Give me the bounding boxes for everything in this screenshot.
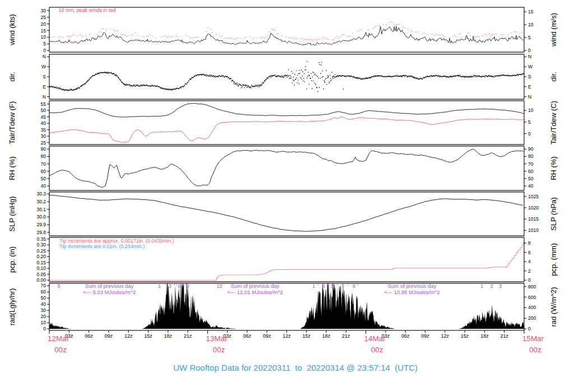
- y-tick-label-left: 30: [41, 8, 47, 13]
- y-tick-label-left: 5: [43, 41, 46, 46]
- y-tick-label-left: 45: [41, 114, 47, 120]
- y-tick-label-left: 25: [41, 140, 47, 146]
- y-tick-label-right: 8: [528, 240, 531, 246]
- y-tick-label-right: 60: [528, 169, 534, 174]
- day-label: 13Mar: [206, 334, 228, 343]
- day-sub-label: 00z: [212, 346, 225, 354]
- y-tick-label-right: 0: [528, 48, 531, 53]
- rad-sum-value: <--- 10.95 MJoules/m^2: [384, 289, 440, 295]
- rad-milestone-number: 5: [331, 283, 334, 289]
- wind-series: [49, 22, 525, 45]
- x-tick-label: 12z: [441, 333, 450, 339]
- dir-scatter: [49, 61, 524, 92]
- y-tick-label-left: 0.05: [36, 272, 46, 277]
- day-label: 14Mar: [364, 334, 386, 343]
- panel-frame-tair: [49, 101, 524, 144]
- y-tick-label-left: 29.8: [36, 230, 46, 235]
- axis-title-rh-right: RH (%): [549, 156, 558, 180]
- y-tick-label-right: 1010: [528, 227, 539, 233]
- axis-title-pcp-left: pcp. (in): [8, 246, 16, 273]
- y-tick-label-left: 20: [41, 21, 47, 27]
- y-tick-label-left: 60: [41, 169, 47, 174]
- panel-frame-wind: [49, 7, 524, 52]
- y-tick-label-right: N: [528, 94, 531, 100]
- y-tick-label-left: 50: [41, 295, 47, 301]
- rad-milestone-number: 1: [480, 283, 483, 289]
- y-tick-label-right: 50: [528, 176, 534, 181]
- x-tick-label: 06z: [243, 333, 252, 339]
- rad-milestone-number: 1: [312, 283, 315, 289]
- y-tick-label-right: 15: [528, 9, 534, 15]
- rad-milestone-number: 9: [187, 283, 189, 289]
- y-tick-label-left: 10: [41, 320, 47, 325]
- day-label: 15Mar: [522, 334, 544, 343]
- y-tick-label-right: N: [528, 54, 531, 59]
- chart-title: UW Rooftop Data for 20220311 to 20220314…: [0, 363, 574, 372]
- day-label: 12Mar: [48, 334, 70, 343]
- rad-milestone-number: 3: [322, 283, 325, 289]
- y-tick-label-right: S: [528, 74, 531, 80]
- y-tick-label-right: 10: [528, 108, 534, 113]
- x-tick-label: 18z: [164, 333, 172, 339]
- y-tick-label-right: 0: [528, 326, 531, 332]
- x-tick-label: 18z: [480, 333, 489, 339]
- panel-frame-rh: [49, 146, 524, 190]
- y-tick-label-left: 30.0: [36, 214, 46, 220]
- y-tick-label-right: 1015: [528, 216, 539, 222]
- y-tick-label-right: 200: [528, 315, 536, 321]
- x-tick-label: 12z: [124, 333, 133, 339]
- y-tick-label-left: 70: [41, 283, 47, 288]
- axis-title-dir-left: dir.: [8, 72, 16, 81]
- rad-milestone-number: 3: [169, 283, 172, 289]
- rad-sum-value: <--- 5.03 MJoules/m^2: [83, 289, 136, 295]
- rad-milestone-number: 12: [217, 283, 223, 289]
- axis-title-pcp-right: pcp. (mm): [549, 243, 558, 276]
- rad-milestone-number: 7: [341, 283, 344, 289]
- y-tick-label-left: 50: [41, 108, 47, 113]
- y-tick-label-left: 30.2: [36, 199, 46, 204]
- y-tick-label-right: 400: [528, 305, 536, 310]
- day-sub-label: 00z: [529, 346, 541, 354]
- y-tick-label-left: 10: [41, 34, 47, 40]
- axis-title-wind-left: wind (kts): [8, 14, 16, 46]
- rad-sum-label: Sum of previous day: [388, 283, 437, 289]
- y-tick-label-left: N: [43, 54, 46, 59]
- plot-container: 051015202530051015wind (kts)wind (m/s)NE…: [0, 0, 574, 392]
- rad-milestone-number: 3: [499, 283, 502, 289]
- wind-mean-line: [49, 26, 524, 45]
- y-tick-label-left: 40: [41, 183, 47, 189]
- x-tick-label: 21z: [342, 333, 350, 339]
- rad-milestone-number: 5: [58, 283, 61, 289]
- pcp-tip-note-1: Tip increments are approx. 0.00171in. (0…: [59, 238, 174, 244]
- x-tick-label: 12z: [283, 333, 291, 339]
- y-tick-label-left: 0.35: [36, 236, 46, 242]
- y-tick-label-right: 0: [528, 277, 531, 283]
- y-tick-label-left: 25: [41, 15, 47, 20]
- axis-title-tair-left: Tair/Tdew (F): [8, 101, 16, 144]
- y-tick-label-left: 40: [41, 120, 47, 126]
- x-tick-label: 21z: [500, 333, 508, 339]
- y-tick-label-left: 0.20: [36, 254, 46, 259]
- y-tick-label-right: 40: [528, 183, 534, 189]
- y-tick-label-left: 50: [41, 176, 47, 181]
- y-tick-label-left: 40: [41, 301, 47, 307]
- x-tick-label: 09z: [105, 333, 113, 339]
- y-tick-label-right: 90: [528, 146, 534, 152]
- x-tick-label: 06z: [401, 333, 410, 339]
- y-tick-label-left: S: [43, 74, 46, 80]
- x-tick-label: 15z: [303, 333, 311, 339]
- axis-title-rad-left: rad(Lgly/hr): [8, 288, 16, 325]
- y-tick-label-right: 5: [528, 119, 531, 125]
- y-tick-label-left: 55: [41, 101, 47, 107]
- axis-title-tair-right: Tair/Tdew (C): [549, 101, 558, 144]
- x-tick-label: 21z: [184, 333, 192, 339]
- x-tick-label: 09z: [263, 333, 271, 339]
- y-tick-label-left: 80: [41, 153, 47, 159]
- y-tick-label-left: 90: [41, 146, 47, 152]
- axis-title-slp-left: SLP (inHg): [8, 196, 16, 231]
- rad-sum-value: <--- 12.01 MJoules/m^2: [227, 289, 283, 295]
- x-tick-label: 15z: [144, 333, 152, 339]
- y-tick-label-left: E: [43, 84, 46, 90]
- y-tick-label-left: 15: [41, 28, 47, 34]
- rh-line: [49, 150, 524, 188]
